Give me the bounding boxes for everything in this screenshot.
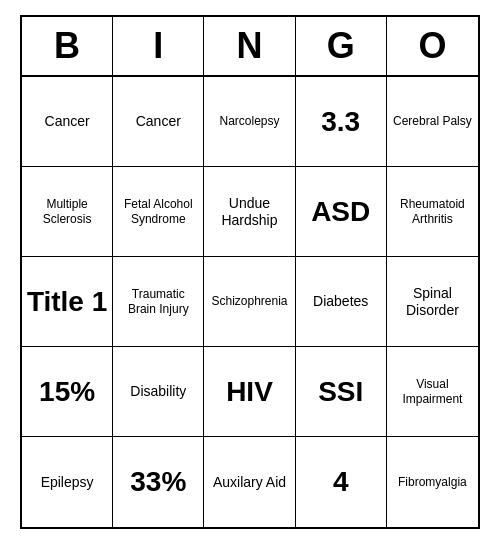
header-letter: G (296, 17, 387, 75)
cell-text: 4 (333, 465, 349, 499)
cell-text: 3.3 (321, 105, 360, 139)
bingo-cell: Traumatic Brain Injury (113, 257, 204, 347)
bingo-cell: 33% (113, 437, 204, 527)
cell-text: Cerebral Palsy (393, 114, 472, 128)
cell-text: Disability (130, 383, 186, 400)
cell-text: Diabetes (313, 293, 368, 310)
bingo-cell: Diabetes (296, 257, 387, 347)
cell-text: Rheumatoid Arthritis (391, 197, 474, 226)
bingo-cell: Cancer (113, 77, 204, 167)
cell-text: ASD (311, 195, 370, 229)
cell-text: Fibromyalgia (398, 475, 467, 489)
cell-text: 15% (39, 375, 95, 409)
bingo-cell: Spinal Disorder (387, 257, 478, 347)
bingo-cell: Cerebral Palsy (387, 77, 478, 167)
bingo-cell: Schizophrenia (204, 257, 295, 347)
cell-text: Epilepsy (41, 474, 94, 491)
header-letter: B (22, 17, 113, 75)
cell-text: Cancer (45, 113, 90, 130)
bingo-cell: Undue Hardship (204, 167, 295, 257)
header-letter: N (204, 17, 295, 75)
bingo-cell: Fibromyalgia (387, 437, 478, 527)
bingo-cell: Fetal Alcohol Syndrome (113, 167, 204, 257)
cell-text: Title 1 (27, 285, 107, 319)
cell-text: Auxilary Aid (213, 474, 286, 491)
bingo-cell: Auxilary Aid (204, 437, 295, 527)
bingo-cell: Rheumatoid Arthritis (387, 167, 478, 257)
bingo-cell: Epilepsy (22, 437, 113, 527)
cell-text: Spinal Disorder (391, 285, 474, 319)
header-letter: O (387, 17, 478, 75)
cell-text: Fetal Alcohol Syndrome (117, 197, 199, 226)
bingo-cell: 4 (296, 437, 387, 527)
bingo-cell: Title 1 (22, 257, 113, 347)
bingo-cell: Visual Impairment (387, 347, 478, 437)
bingo-header: BINGO (22, 17, 478, 77)
cell-text: Narcolepsy (219, 114, 279, 128)
bingo-cell: Multiple Sclerosis (22, 167, 113, 257)
bingo-cell: SSI (296, 347, 387, 437)
cell-text: SSI (318, 375, 363, 409)
cell-text: Cancer (136, 113, 181, 130)
bingo-card: BINGO CancerCancerNarcolepsy3.3Cerebral … (20, 15, 480, 529)
bingo-cell: ASD (296, 167, 387, 257)
bingo-cell: 15% (22, 347, 113, 437)
cell-text: Schizophrenia (211, 294, 287, 308)
bingo-cell: 3.3 (296, 77, 387, 167)
cell-text: HIV (226, 375, 273, 409)
bingo-cell: Narcolepsy (204, 77, 295, 167)
bingo-cell: Disability (113, 347, 204, 437)
cell-text: 33% (130, 465, 186, 499)
cell-text: Undue Hardship (208, 195, 290, 229)
bingo-cell: Cancer (22, 77, 113, 167)
cell-text: Multiple Sclerosis (26, 197, 108, 226)
cell-text: Traumatic Brain Injury (117, 287, 199, 316)
cell-text: Visual Impairment (391, 377, 474, 406)
header-letter: I (113, 17, 204, 75)
bingo-grid: CancerCancerNarcolepsy3.3Cerebral PalsyM… (22, 77, 478, 527)
bingo-cell: HIV (204, 347, 295, 437)
